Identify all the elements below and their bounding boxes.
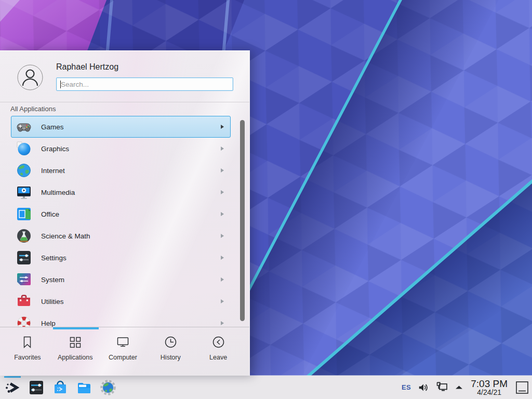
- tab-applications[interactable]: Applications: [51, 335, 99, 361]
- search-box: [56, 77, 233, 91]
- application-launcher-panel: Raphael Hertzog All Applications: [0, 50, 250, 376]
- graphics-icon: [16, 140, 32, 157]
- submenu-arrow-icon: [221, 125, 224, 129]
- submenu-arrow-icon: [221, 234, 224, 238]
- tab-favorites[interactable]: Favorites: [4, 335, 51, 361]
- show-desktop-icon: [515, 381, 529, 394]
- search-input[interactable]: [57, 78, 233, 90]
- category-utilities[interactable]: Utilities: [11, 290, 231, 312]
- category-label: Games: [41, 123, 64, 131]
- wired-network-icon: [436, 381, 448, 394]
- launcher-header: Raphael Hertzog: [0, 51, 249, 102]
- launcher-footer: Favorites Applications Computer: [0, 327, 249, 376]
- digital-clock[interactable]: 7:03 PM 4/24/21: [470, 379, 509, 396]
- category-label: System: [41, 276, 64, 284]
- speaker-icon: [418, 382, 429, 393]
- category-multimedia[interactable]: Multimedia: [11, 181, 231, 203]
- system-tray: ES 7:03 PM 4/24/2: [402, 376, 529, 399]
- category-label: Settings: [41, 254, 66, 262]
- globe-icon: [16, 162, 32, 179]
- tab-label: History: [161, 354, 181, 361]
- volume-button[interactable]: [418, 382, 429, 393]
- category-label: Utilities: [41, 298, 64, 305]
- kali-menu-button[interactable]: [4, 379, 21, 396]
- toolbox-icon: [16, 293, 32, 310]
- selected-tab-indicator: [53, 327, 99, 329]
- category-system[interactable]: System: [11, 269, 231, 290]
- text-caret: [60, 81, 61, 88]
- grid-icon: [68, 335, 82, 349]
- tab-leave[interactable]: Leave: [194, 335, 242, 361]
- submenu-arrow-icon: [221, 212, 224, 216]
- taskbar-launchers: [4, 376, 116, 399]
- network-button[interactable]: [436, 381, 448, 394]
- web-browser-button[interactable]: [100, 379, 116, 396]
- submenu-arrow-icon: [221, 190, 224, 194]
- monitor-icon: [116, 335, 130, 349]
- category-label: Help: [41, 320, 56, 327]
- gamepad-icon: [16, 118, 32, 135]
- caret-up-icon: [455, 385, 463, 390]
- multimedia-icon: [16, 184, 32, 201]
- system-icon: [16, 271, 32, 288]
- clock-date: 4/24/21: [471, 389, 508, 396]
- category-science-math[interactable]: Science & Math: [11, 225, 231, 247]
- office-icon: [16, 206, 32, 222]
- submenu-arrow-icon: [221, 299, 224, 303]
- header-divider: [0, 102, 249, 102]
- folder-icon: [76, 379, 92, 396]
- science-flask-icon: [16, 228, 32, 244]
- user-avatar-icon[interactable]: [17, 64, 43, 90]
- category-label: Internet: [41, 167, 65, 175]
- tab-computer[interactable]: Computer: [99, 335, 147, 361]
- category-settings[interactable]: Settings: [11, 247, 231, 269]
- submenu-arrow-icon: [221, 168, 224, 172]
- submenu-arrow-icon: [221, 321, 224, 325]
- settings-launcher-button[interactable]: [28, 379, 45, 396]
- category-label: Multimedia: [41, 189, 75, 196]
- settings-sliders-icon: [28, 379, 45, 396]
- category-help[interactable]: Help: [11, 312, 231, 327]
- leave-circle-icon: [211, 335, 225, 349]
- category-games[interactable]: Games: [11, 116, 231, 138]
- section-label: All Applications: [10, 105, 56, 113]
- submenu-arrow-icon: [221, 277, 224, 282]
- shopping-bag-icon: [52, 379, 69, 396]
- category-office[interactable]: Office: [11, 203, 231, 225]
- globe-gear-icon: [100, 379, 116, 396]
- tab-history[interactable]: History: [147, 335, 194, 361]
- category-internet[interactable]: Internet: [11, 159, 231, 181]
- category-label: Graphics: [41, 145, 69, 153]
- category-label: Office: [41, 210, 59, 218]
- clock-time: 7:03 PM: [471, 379, 508, 389]
- category-graphics[interactable]: Graphics: [11, 138, 231, 159]
- show-desktop-button[interactable]: [515, 381, 529, 394]
- file-manager-button[interactable]: [76, 379, 92, 396]
- user-name: Raphael Hertzog: [56, 62, 118, 72]
- taskbar: ES 7:03 PM 4/24/2: [0, 376, 532, 399]
- active-task-indicator: [4, 376, 21, 378]
- keyboard-layout-indicator[interactable]: ES: [402, 383, 411, 391]
- kali-logo-icon: [4, 379, 21, 396]
- expand-tray-button[interactable]: [455, 385, 463, 390]
- category-list: Games Graphics: [0, 116, 249, 327]
- footer-tabs: Favorites Applications Computer: [0, 327, 249, 361]
- list-scrollbar[interactable]: [240, 120, 245, 321]
- app-store-button[interactable]: [52, 379, 69, 396]
- tab-label: Favorites: [14, 354, 41, 361]
- clock-icon: [164, 335, 178, 349]
- tab-label: Computer: [109, 354, 137, 361]
- bookmark-icon: [20, 335, 34, 349]
- lifebuoy-icon: [16, 315, 32, 327]
- tab-label: Applications: [58, 354, 92, 361]
- tab-label: Leave: [209, 354, 227, 361]
- settings-sliders-icon: [16, 249, 32, 266]
- submenu-arrow-icon: [221, 256, 224, 260]
- submenu-arrow-icon: [221, 147, 224, 151]
- category-label: Science & Math: [41, 232, 90, 240]
